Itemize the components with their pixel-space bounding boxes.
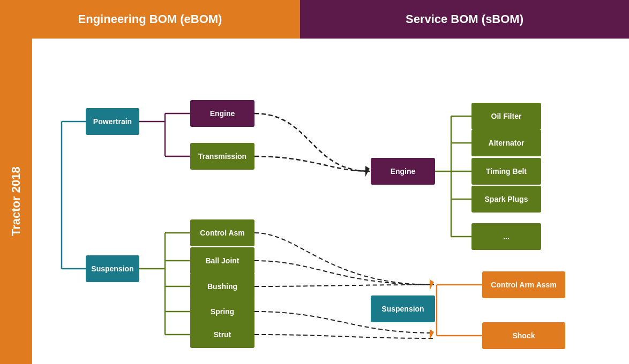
ebom-header: Engineering BOM (eBOM) (0, 0, 300, 39)
diagram: Powertrain Engine Transmission Suspensio… (32, 39, 629, 364)
suspension-ebom-node: Suspension (86, 255, 139, 282)
header: Engineering BOM (eBOM) Service BOM (sBOM… (0, 0, 629, 39)
alternator-node: Alternator (471, 130, 541, 156)
suspension-sbom-node: Suspension (371, 295, 435, 322)
main-content: Tractor 2018 (0, 39, 629, 364)
svg-marker-16 (430, 329, 434, 340)
engine-ebom-node: Engine (190, 100, 254, 127)
svg-marker-7 (365, 166, 370, 177)
control-asm-node: Control Asm (190, 219, 254, 246)
ebom-title: Engineering BOM (eBOM) (78, 12, 222, 26)
strut-node: Strut (190, 321, 254, 348)
sbom-title: Service BOM (sBOM) (406, 12, 523, 26)
shock-node: Shock (482, 322, 565, 349)
engine-sbom-node: Engine (371, 158, 435, 185)
oil-filter-node: Oil Filter (471, 103, 541, 130)
spark-plugs-node: Spark Plugs (471, 186, 541, 213)
svg-marker-15 (430, 279, 434, 290)
sbom-header: Service BOM (sBOM) (300, 0, 629, 39)
bushing-node: Bushing (190, 273, 254, 300)
control-arm-assm-node: Control Arm Assm (482, 271, 565, 298)
ellipsis-node: ... (471, 223, 541, 250)
ball-joint-node: Ball Joint (190, 247, 254, 274)
tractor-label: Tractor 2018 (0, 39, 32, 364)
timing-belt-node: Timing Belt (471, 158, 541, 185)
powertrain-node: Powertrain (86, 108, 139, 135)
transmission-node: Transmission (190, 143, 254, 170)
